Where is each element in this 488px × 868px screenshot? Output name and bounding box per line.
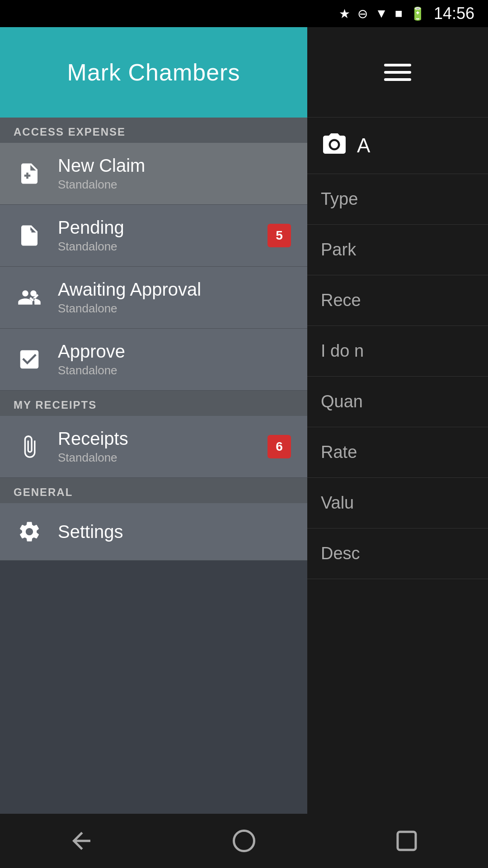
field-desc-label: Desc xyxy=(321,544,360,563)
receipts-label: Receipts xyxy=(58,429,128,449)
field-valu[interactable]: Valu xyxy=(307,478,488,528)
receipts-sub: Standalone xyxy=(58,451,128,465)
bluetooth-icon: ★ xyxy=(339,6,350,21)
hamburger-line-3 xyxy=(384,78,411,81)
section-label-access-expense: ACCESS EXPENSE xyxy=(0,118,307,143)
field-rate-label: Rate xyxy=(321,443,357,462)
field-type-label: Type xyxy=(321,189,358,208)
document-list-icon xyxy=(14,220,45,251)
section-label-my-receipts: MY RECEIPTS xyxy=(0,391,307,416)
approve-text: Approve Standalone xyxy=(58,341,125,377)
pending-label: Pending xyxy=(58,217,124,238)
settings-label: Settings xyxy=(58,522,123,542)
sidebar-footer xyxy=(0,561,307,841)
sidebar-header: Mark Chambers xyxy=(0,27,307,118)
awaiting-approval-label: Awaiting Approval xyxy=(58,279,201,300)
field-rece-label: Rece xyxy=(321,291,361,310)
person-check-icon xyxy=(14,282,45,313)
camera-icon xyxy=(321,131,348,160)
main-panel: A Type Park Rece I do n Quan Rate Valu D… xyxy=(307,27,488,841)
field-valu-label: Valu xyxy=(321,493,354,512)
approve-sub: Standalone xyxy=(58,363,125,377)
pending-badge: 5 xyxy=(267,224,291,247)
hamburger-line-2 xyxy=(384,71,411,74)
gear-icon xyxy=(14,516,45,547)
signal-icon: ■ xyxy=(395,6,403,21)
camera-label: A xyxy=(357,134,370,157)
sidebar-item-new-claim[interactable]: New Claim Standalone xyxy=(0,143,307,205)
new-claim-sub: Standalone xyxy=(58,178,145,192)
checkbox-icon xyxy=(14,344,45,375)
sidebar-user-name: Mark Chambers xyxy=(67,59,240,86)
sidebar-item-awaiting-approval[interactable]: Awaiting Approval Standalone xyxy=(0,267,307,329)
home-button[interactable] xyxy=(226,823,262,859)
field-type[interactable]: Type xyxy=(307,174,488,225)
awaiting-approval-text: Awaiting Approval Standalone xyxy=(58,279,201,316)
back-button[interactable] xyxy=(63,823,99,859)
main-layout: Mark Chambers ACCESS EXPENSE New Claim S… xyxy=(0,27,488,841)
paperclip-icon xyxy=(14,431,45,462)
section-label-general: GENERAL xyxy=(0,478,307,503)
field-i-do-label: I do n xyxy=(321,341,364,360)
svg-point-0 xyxy=(234,831,254,851)
pending-sub: Standalone xyxy=(58,240,124,254)
right-panel-camera-row[interactable]: A xyxy=(307,118,488,174)
hamburger-menu-button[interactable] xyxy=(384,64,411,81)
recents-button[interactable] xyxy=(389,823,425,859)
bottom-nav xyxy=(0,814,488,868)
new-claim-text: New Claim Standalone xyxy=(58,156,145,192)
field-park[interactable]: Park xyxy=(307,225,488,275)
field-rece[interactable]: Rece xyxy=(307,275,488,326)
wifi-icon: ▼ xyxy=(375,6,388,21)
status-time: 14:56 xyxy=(434,4,474,23)
field-quan-label: Quan xyxy=(321,392,363,411)
battery-icon: 🔋 xyxy=(410,6,426,21)
field-desc[interactable]: Desc xyxy=(307,528,488,579)
pending-text: Pending Standalone xyxy=(58,217,124,254)
status-icons: ★ ⊖ ▼ ■ 🔋 xyxy=(339,6,426,21)
sidebar-item-receipts[interactable]: Receipts Standalone 6 xyxy=(0,416,307,478)
receipts-badge: 6 xyxy=(267,435,291,458)
field-quan[interactable]: Quan xyxy=(307,377,488,427)
field-park-label: Park xyxy=(321,240,356,259)
field-i-do[interactable]: I do n xyxy=(307,326,488,377)
document-add-icon xyxy=(14,158,45,189)
settings-text: Settings xyxy=(58,522,123,542)
main-header xyxy=(307,27,488,118)
svg-rect-1 xyxy=(398,832,416,850)
sidebar-item-approve[interactable]: Approve Standalone xyxy=(0,329,307,391)
field-rate[interactable]: Rate xyxy=(307,427,488,478)
status-bar: ★ ⊖ ▼ ■ 🔋 14:56 xyxy=(0,0,488,27)
receipts-text: Receipts Standalone xyxy=(58,429,128,465)
approve-label: Approve xyxy=(58,341,125,362)
dnd-icon: ⊖ xyxy=(357,6,368,21)
hamburger-line-1 xyxy=(384,64,411,66)
new-claim-label: New Claim xyxy=(58,156,145,176)
sidebar: Mark Chambers ACCESS EXPENSE New Claim S… xyxy=(0,27,307,841)
awaiting-approval-sub: Standalone xyxy=(58,302,201,316)
sidebar-item-settings[interactable]: Settings xyxy=(0,503,307,561)
sidebar-item-pending[interactable]: Pending Standalone 5 xyxy=(0,205,307,267)
